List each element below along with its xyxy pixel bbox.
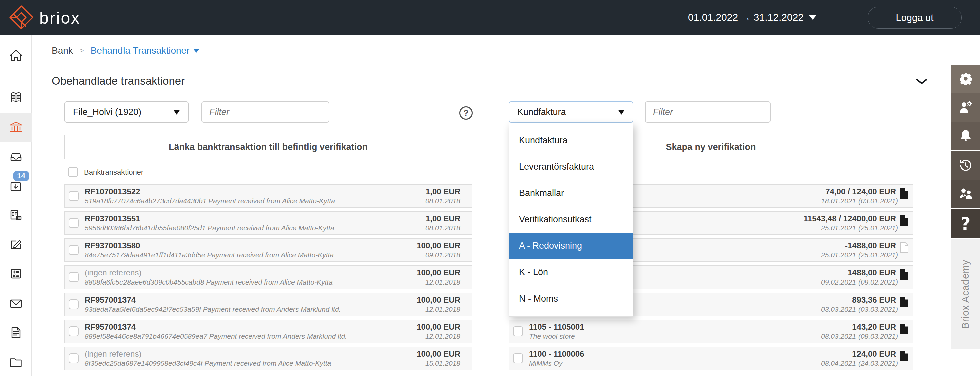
bank-transaction-row[interactable]: RF1070013522519a18fc77074c6a4b273cd7da44… (64, 184, 472, 208)
bank-transaction-row[interactable]: RF95700137493deda7aa5fef6da5ec942f7ec53a… (64, 293, 472, 316)
verification-date: 25.01.2021 (25.01.2021) (821, 224, 898, 232)
bank-transaction-row[interactable]: RF937001358084e75e75179daa491e1ff1d411a3… (64, 238, 472, 262)
toolbar-partners-button[interactable] (951, 180, 980, 208)
chevron-down-icon[interactable] (916, 79, 927, 86)
transaction-reference: (ingen referens) (85, 268, 141, 277)
row-checkbox[interactable] (69, 272, 79, 282)
toolbar-user-settings-button[interactable] (951, 93, 980, 121)
toolbar-gear-button[interactable] (951, 65, 980, 93)
verification-account: 1105 - 1105001 (529, 322, 584, 331)
dropdown-option[interactable]: K - Lön (509, 259, 633, 285)
help-icon: ? (960, 214, 970, 234)
nav-item-bank[interactable] (0, 113, 32, 142)
dropdown-option[interactable]: Kundfaktura (509, 127, 633, 154)
toolbar-help-button[interactable]: ? (951, 209, 980, 238)
verification-row[interactable]: 1100 - 1100006MiMMs Oy124,00 EUR08.04.20… (509, 347, 913, 370)
verification-account: 1100 - 1100006 (529, 349, 584, 358)
attachment-icon-filled[interactable] (900, 296, 908, 309)
bank-transaction-row[interactable]: (ingen referens)8f35edc25da687e1409958ed… (64, 347, 472, 370)
select-all-checkbox[interactable] (68, 167, 78, 177)
nav-item-calculator[interactable] (0, 260, 32, 289)
row-checkbox[interactable] (513, 353, 523, 363)
banktransaktioner-label: Banktransaktioner (84, 168, 143, 177)
caret-down-icon (173, 110, 180, 115)
verification-name: MiMMs Oy (529, 359, 562, 367)
verification-row[interactable]: 1105 - 1105001The wool store143,20 EUR08… (509, 320, 913, 343)
bank-transaction-row[interactable]: RF957001374889ef58e446ce8a791b46674e0589… (64, 320, 472, 343)
transaction-description: 84e75e75179daa491e1ff1d411a3dd5e Payment… (85, 251, 334, 259)
attachment-icon-filled[interactable] (900, 269, 908, 282)
account-select[interactable]: File_Holvi (1920) (64, 101, 189, 123)
row-checkbox[interactable] (69, 218, 79, 228)
right-filter-input[interactable] (645, 101, 771, 123)
nav-item-home[interactable] (0, 41, 32, 71)
verification-amount: 74,00 / 124,00 EUR (826, 187, 896, 196)
verification-amount: -1488,00 EUR (845, 241, 896, 250)
verification-date: 25.01.2021 (25.01.2021) (821, 251, 898, 259)
row-checkbox[interactable] (69, 299, 79, 309)
inbox-icon (8, 149, 24, 165)
transaction-amount: 1,00 EUR (426, 214, 460, 223)
transaction-reference: RF0370013551 (85, 214, 140, 223)
caret-down-icon (193, 49, 199, 53)
transaction-description: 93deda7aa5fef6da5ec942f7ec53a59f Payment… (85, 305, 341, 313)
row-checkbox[interactable] (69, 191, 79, 201)
row-checkbox[interactable] (69, 326, 79, 336)
nav-item-inbox[interactable] (0, 142, 32, 172)
breadcrumb-root[interactable]: Bank (52, 45, 73, 56)
academy-label: Briox Academy (960, 260, 971, 328)
help-icon[interactable]: ? (459, 106, 473, 119)
transaction-amount: 100,00 EUR (417, 322, 460, 331)
row-checkbox[interactable] (69, 353, 79, 363)
attachment-icon-filled[interactable] (900, 188, 908, 200)
period-label: 01.01.2022 → 31.12.2022 (688, 12, 804, 23)
topbar: briox 01.01.2022 → 31.12.2022 Logga ut (0, 0, 980, 35)
ledger-icon (8, 90, 24, 106)
nav-item-cash-register[interactable] (0, 201, 32, 230)
attachment-icon-outline[interactable] (900, 242, 908, 255)
folder-icon (8, 355, 24, 371)
academy-tab[interactable]: Briox Academy (951, 239, 980, 349)
attachment-icon-filled[interactable] (900, 350, 908, 363)
period-selector[interactable]: 01.01.2022 → 31.12.2022 (688, 0, 816, 35)
dropdown-option[interactable]: Bankmallar (509, 180, 633, 206)
verification-date: 18.01.2021 (03.01.2021) (821, 197, 898, 205)
row-checkbox[interactable] (513, 326, 523, 336)
home-icon (8, 48, 24, 64)
toolbar-history-button[interactable] (951, 151, 980, 180)
row-checkbox[interactable] (69, 245, 79, 255)
link-transaction-header: Länka banktransaktion till befintlig ver… (64, 135, 472, 159)
breadcrumb-current[interactable]: Behandla Transaktioner (91, 45, 200, 56)
transaction-amount: 100,00 EUR (417, 268, 460, 277)
transaction-date: 12.01.2018 (425, 278, 460, 286)
section-divider (47, 67, 941, 67)
nav-item-document[interactable] (0, 319, 32, 348)
dropdown-option[interactable]: Verifikationsutkast (509, 206, 633, 233)
transaction-date: 12.01.2018 (425, 332, 460, 340)
bank-transaction-row[interactable]: (ingen referens)8808fa6fc5c28aee6d309c0b… (64, 266, 472, 289)
transaction-date: 08.01.2018 (425, 224, 460, 232)
caret-down-icon (809, 15, 816, 20)
nav-item-mail[interactable] (0, 289, 32, 319)
account-select-value: File_Holvi (1920) (73, 107, 141, 117)
partners-icon (958, 186, 973, 202)
cash-register-icon (8, 208, 24, 224)
dropdown-option[interactable]: N - Moms (509, 285, 633, 312)
attachment-icon-filled[interactable] (900, 323, 908, 336)
type-select-value: Kundfaktura (517, 107, 566, 117)
nav-item-compose[interactable] (0, 230, 32, 260)
toolbar-bell-button[interactable] (951, 121, 980, 150)
dropdown-option[interactable]: Leverantörsfaktura (509, 154, 633, 180)
left-filter-input[interactable] (201, 101, 329, 123)
nav-item-folder[interactable] (0, 348, 32, 376)
logout-button[interactable]: Logga ut (867, 7, 962, 29)
attachment-icon-filled[interactable] (900, 215, 908, 228)
verification-amount: 11543,48 / 12400,00 EUR (804, 214, 896, 223)
dropdown-option[interactable]: A - Redovisning (509, 233, 633, 259)
verification-date: 08.03.2021 (08.03.2021) (821, 332, 898, 340)
verification-type-select[interactable]: Kundfaktura (509, 101, 633, 123)
transaction-reference: RF1070013522 (85, 187, 140, 196)
bank-transaction-row[interactable]: RF03700135515956d80386bd76b41db55fae080f… (64, 211, 472, 235)
nav-item-ledger[interactable] (0, 83, 32, 113)
calculator-icon (8, 266, 24, 282)
